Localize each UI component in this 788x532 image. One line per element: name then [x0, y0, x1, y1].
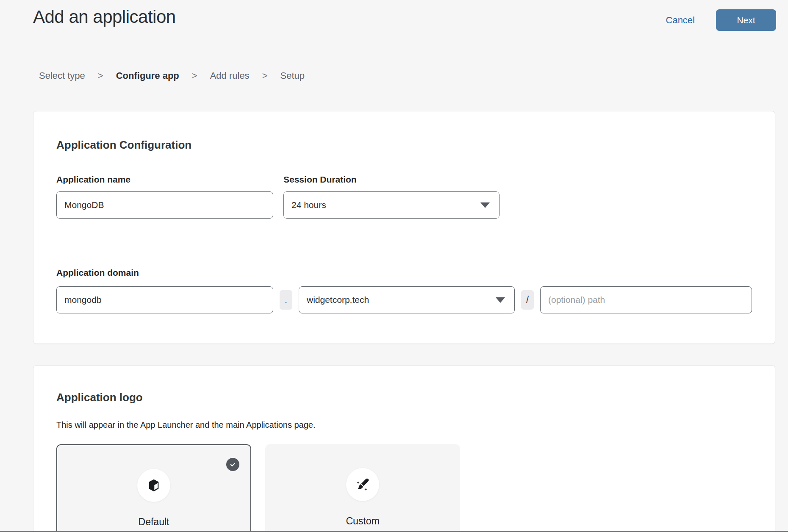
- check-icon: [229, 461, 236, 468]
- application-name-label: Application name: [56, 175, 273, 185]
- name-duration-row: Application name Session Duration 24 hou…: [56, 175, 752, 219]
- slash-separator: /: [521, 290, 534, 310]
- logo-description: This will appear in the App Launcher and…: [56, 420, 752, 430]
- application-domain-label: Application domain: [56, 268, 752, 278]
- step-select-type[interactable]: Select type: [39, 70, 85, 81]
- application-configuration-card: Application Configuration Application na…: [33, 111, 775, 344]
- breadcrumb-separator: >: [262, 70, 268, 81]
- breadcrumb-separator: >: [192, 70, 197, 81]
- step-setup[interactable]: Setup: [280, 70, 305, 81]
- custom-logo-circle: [346, 468, 379, 501]
- session-duration-select[interactable]: 24 hours: [283, 191, 499, 219]
- logo-option-default[interactable]: Default: [56, 444, 251, 532]
- application-name-field-group: Application name: [56, 175, 273, 219]
- logo-option-custom[interactable]: Custom: [265, 444, 460, 532]
- logo-options: Default Custom: [56, 444, 752, 532]
- step-add-rules[interactable]: Add rules: [210, 70, 250, 81]
- selected-check-badge: [226, 458, 239, 471]
- logo-option-label: Default: [139, 516, 169, 528]
- default-logo-circle: [137, 469, 170, 502]
- add-application-page: Add an application Cancel Next Select ty…: [0, 0, 788, 532]
- cube-icon: [147, 478, 161, 493]
- chevron-down-icon: [496, 297, 505, 303]
- domain-select[interactable]: widgetcorp.tech: [299, 286, 515, 313]
- configuration-heading: Application Configuration: [56, 139, 752, 152]
- next-button[interactable]: Next: [716, 9, 776, 31]
- domain-value: widgetcorp.tech: [307, 295, 369, 305]
- breadcrumb-separator: >: [98, 70, 103, 81]
- cancel-button[interactable]: Cancel: [666, 15, 695, 26]
- wizard-breadcrumb: Select type > Configure app > Add rules …: [39, 70, 305, 81]
- application-name-input[interactable]: [56, 191, 273, 219]
- application-domain-row: . widgetcorp.tech /: [56, 286, 752, 313]
- session-duration-value: 24 hours: [291, 200, 326, 210]
- logo-heading: Application logo: [56, 391, 752, 404]
- subdomain-input[interactable]: [56, 286, 273, 313]
- dot-separator: .: [280, 290, 292, 310]
- session-duration-label: Session Duration: [283, 175, 499, 185]
- session-duration-field-group: Session Duration 24 hours: [283, 175, 499, 219]
- chevron-down-icon: [480, 202, 490, 208]
- paintbrush-icon: [355, 477, 371, 493]
- page-title: Add an application: [33, 7, 176, 27]
- header-actions: Cancel Next: [666, 9, 776, 31]
- application-logo-card: Application logo This will appear in the…: [33, 365, 775, 532]
- step-configure-app[interactable]: Configure app: [116, 70, 179, 81]
- logo-option-label: Custom: [346, 515, 379, 527]
- path-input[interactable]: [540, 286, 752, 313]
